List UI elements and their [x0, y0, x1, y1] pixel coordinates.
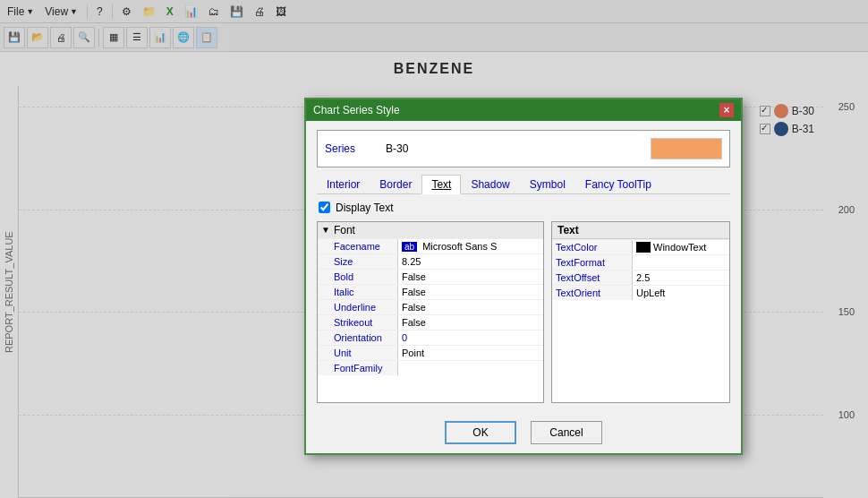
- textcolor-swatch: [636, 242, 651, 253]
- facename-text: Microsoft Sans S: [422, 241, 497, 252]
- tp-value-textformat: [633, 255, 729, 270]
- prop-row-underline: Underline False: [318, 299, 543, 314]
- tp-name-textorient: TextOrient: [552, 286, 633, 300]
- tab-shadow[interactable]: Shadow: [461, 175, 519, 194]
- text-prop-row-textcolor: TextColor WindowText: [552, 239, 729, 254]
- prop-name-facename: Facename: [318, 239, 398, 253]
- display-text-row: Display Text: [317, 202, 730, 214]
- series-value: B-30: [386, 142, 643, 155]
- prop-row-size: Size 8.25: [318, 253, 543, 269]
- prop-value-bold: False: [398, 270, 543, 284]
- display-text-checkbox[interactable]: [319, 202, 330, 213]
- prop-name-unit: Unit: [318, 346, 398, 360]
- prop-name-underline: Underline: [318, 300, 398, 314]
- tab-border[interactable]: Border: [370, 175, 421, 194]
- prop-value-orientation: 0: [398, 331, 543, 345]
- prop-name-strikeout: Strikeout: [318, 315, 398, 330]
- tp-value-textoffset: 2.5: [633, 270, 729, 285]
- prop-empty: [318, 375, 543, 402]
- modal-overlay: Chart Series Style × Series B-30 Interio…: [0, 0, 868, 498]
- tab-bar: Interior Border Text Shadow Symbol Fancy…: [317, 175, 730, 194]
- dialog-content: Series B-30 Interior Border Text Shadow …: [306, 121, 741, 412]
- prop-name-fontfamily: FontFamily: [318, 361, 398, 375]
- prop-row-orientation: Orientation 0: [318, 330, 543, 345]
- prop-value-fontfamily: [398, 361, 543, 375]
- prop-row-strikeout: Strikeout False: [318, 314, 543, 330]
- font-group-label: Font: [334, 224, 355, 236]
- ok-button[interactable]: OK: [445, 421, 516, 444]
- tab-interior[interactable]: Interior: [317, 175, 370, 194]
- prop-name-bold: Bold: [318, 270, 398, 284]
- font-prop-table: ▼ Font Facename ab Microsoft Sans S Size: [317, 221, 544, 403]
- prop-row-unit: Unit Point: [318, 345, 543, 360]
- ab-badge: ab: [402, 242, 417, 252]
- chart-series-dialog: Chart Series Style × Series B-30 Interio…: [304, 98, 743, 455]
- textcolor-text: WindowText: [653, 242, 706, 253]
- props-area: ▼ Font Facename ab Microsoft Sans S Size: [317, 221, 730, 403]
- prop-row-fontfamily: FontFamily: [318, 360, 543, 375]
- prop-row-italic: Italic False: [318, 284, 543, 299]
- prop-value-strikeout: False: [398, 315, 543, 330]
- tp-value-textorient: UpLeft: [633, 286, 729, 300]
- prop-name-italic: Italic: [318, 285, 398, 299]
- tab-text[interactable]: Text: [421, 175, 461, 194]
- prop-name-size: Size: [318, 254, 398, 269]
- text-prop-header: Text: [552, 222, 729, 239]
- display-text-label: Display Text: [336, 202, 393, 214]
- prop-value-size: 8.25: [398, 254, 543, 269]
- text-prop-panel: Text TextColor WindowText TextFormat: [551, 221, 730, 403]
- tp-value-textcolor: WindowText: [633, 240, 729, 254]
- prop-value-italic: False: [398, 285, 543, 299]
- dialog-titlebar: Chart Series Style ×: [306, 99, 741, 121]
- dialog-title: Chart Series Style: [313, 104, 400, 116]
- dialog-footer: OK Cancel: [306, 412, 741, 453]
- prop-row-facename: Facename ab Microsoft Sans S: [318, 238, 543, 253]
- series-row: Series B-30: [317, 130, 730, 167]
- tp-name-textformat: TextFormat: [552, 255, 633, 270]
- prop-value-unit: Point: [398, 346, 543, 360]
- prop-value-facename: ab Microsoft Sans S: [398, 239, 543, 253]
- prop-name-orientation: Orientation: [318, 331, 398, 345]
- text-prop-row-textformat: TextFormat: [552, 254, 729, 270]
- prop-value-underline: False: [398, 300, 543, 314]
- dialog-close-btn[interactable]: ×: [719, 103, 734, 117]
- prop-row-bold: Bold False: [318, 269, 543, 284]
- text-prop-row-textoffset: TextOffset 2.5: [552, 270, 729, 285]
- cancel-button[interactable]: Cancel: [531, 421, 602, 444]
- tab-symbol[interactable]: Symbol: [520, 175, 575, 194]
- text-prop-row-textorient: TextOrient UpLeft: [552, 285, 729, 300]
- tab-fancy-tooltip[interactable]: Fancy ToolTip: [575, 175, 661, 194]
- font-collapse-icon: ▼: [321, 225, 330, 235]
- series-color-box[interactable]: [651, 138, 722, 159]
- series-label: Series: [325, 142, 379, 155]
- tp-name-textoffset: TextOffset: [552, 270, 633, 285]
- tp-name-textcolor: TextColor: [552, 240, 633, 254]
- font-group-row[interactable]: ▼ Font: [318, 222, 543, 238]
